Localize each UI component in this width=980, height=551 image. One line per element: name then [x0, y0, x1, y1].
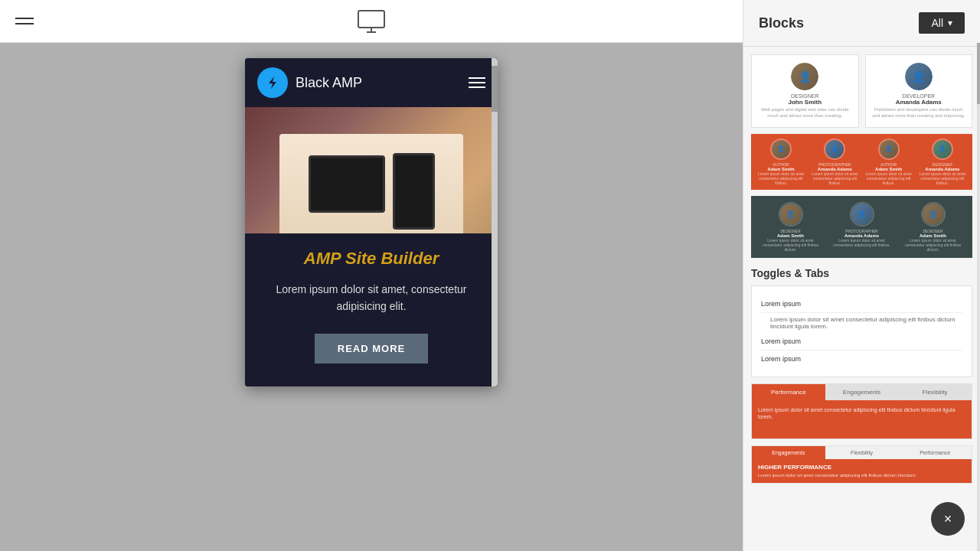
menu-line-3 [469, 86, 485, 88]
team-2-card-block: 👤 DESIGNER John Smith Web pages and digi… [751, 54, 972, 128]
toggle-item-2[interactable]: Lorem ipsum [761, 333, 962, 350]
team-role-john: DESIGNER [758, 93, 852, 99]
right-sidebar: Blocks All 👤 DESIGNER John Smith Web pag… [743, 0, 980, 551]
team-desc-john: Web pages and digital web sites can divi… [758, 107, 852, 119]
dark-desc-1: Lorem ipsum dolor sit amet consectetur a… [757, 238, 824, 252]
mobile-preview: Black AMP AMP Site Builder Lorem ipsum d [245, 58, 498, 386]
preview-header: Black AMP [245, 58, 498, 107]
orange-avatar-img-1: 👤 [772, 140, 790, 158]
tabs-body-text-1: Lorem ipsum dolor sit amet consectetur a… [758, 406, 965, 422]
tabs-header-2: Engagements Flexibility Performance [752, 446, 972, 459]
preview-content: AMP Site Builder Lorem ipsum dolor sit a… [245, 233, 498, 386]
dark-desc-3: Lorem ipsum dolor sit amet consectetur a… [900, 238, 966, 252]
preview-hero-image [245, 107, 498, 233]
toggle-item-1[interactable]: Lorem ipsum [761, 295, 962, 313]
close-button[interactable]: × [931, 502, 965, 536]
dark-avatar-2: 👤 [850, 202, 874, 227]
hamburger-line-2 [15, 23, 34, 24]
team-card-orange-3: 👤 AUTHOR Adam Smith Lorem ipsum dolor si… [864, 139, 914, 185]
preview-logo: Black AMP [257, 67, 362, 98]
preview-scrollbar-thumb [492, 66, 498, 112]
svg-marker-3 [269, 77, 276, 89]
avatar-image-amanda: 👤 [905, 63, 933, 90]
team-card-dark-3: 👤 DESIGNER Adam Smith Lorem ipsum dolor … [900, 202, 966, 252]
tabs-content-2: HIGHER PERFORMANCE Lorem ipsum dolor sit… [752, 459, 972, 484]
orange-desc-4: Lorem ipsum dolor sit amet consectetur a… [917, 171, 968, 185]
dark-avatar-3: 👤 [921, 202, 946, 227]
orange-avatar-2: 👤 [824, 139, 845, 160]
person-icon: 👤 [905, 63, 933, 90]
person-icon: 👤 [791, 63, 818, 90]
svg-rect-0 [358, 11, 384, 28]
orange-desc-1: Lorem ipsum dolor sit amet consectetur a… [756, 171, 806, 185]
orange-avatar-img-2: 👤 [825, 140, 844, 158]
tabs-block-2: Engagements Flexibility Performance HIGH… [751, 445, 972, 484]
team-name-amanda: Amanda Adams [872, 99, 966, 106]
sidebar-title: Blocks [759, 15, 804, 31]
preview-body-text: Lorem ipsum dolor sit amet, consectetur … [260, 281, 482, 315]
tab-performance[interactable]: Performance [752, 384, 825, 400]
team-card-dark-1: 👤 DESIGNER Adam Smith Lorem ipsum dolor … [757, 202, 824, 252]
hamburger-menu-button[interactable] [15, 18, 34, 24]
avatar-image-john: 👤 [791, 63, 818, 90]
team-name-john: John Smith [758, 99, 852, 106]
orange-avatar-3: 👤 [878, 139, 900, 160]
tabs-block-1: Performance Engagements Flexibility Lore… [751, 383, 972, 439]
orange-desc-3: Lorem ipsum dolor sit amet consectetur a… [864, 171, 914, 185]
sidebar-header: Blocks All [743, 0, 980, 47]
team-card-amanda: 👤 DEVELOPER Amanda Adams Publishers and … [865, 54, 973, 128]
logo-text: Black AMP [296, 75, 362, 91]
dark-avatar-1: 👤 [779, 202, 803, 227]
dark-avatar-img-1: 👤 [780, 204, 802, 225]
menu-line-1 [469, 77, 485, 79]
sidebar-content[interactable]: 👤 DESIGNER John Smith Web pages and digi… [743, 47, 980, 551]
team-card-orange-2: 👤 PHOTOGRAPHER Amanda Adams Lorem ipsum … [809, 139, 860, 185]
monitor-icon [358, 10, 385, 33]
hamburger-line-1 [15, 18, 34, 19]
read-more-button[interactable]: READ MORE [315, 334, 428, 364]
team-4-card-block: 👤 AUTHOR Adam Smith Lorem ipsum dolor si… [751, 134, 972, 190]
toggle-content-1: Lorem ipsum dolor sit amet consectetur a… [761, 313, 962, 333]
canvas-area: Black AMP AMP Site Builder Lorem ipsum d [0, 43, 743, 551]
toggle-item-3[interactable]: Lorem ipsum [761, 350, 962, 367]
logo-icon [257, 67, 288, 98]
tabs-header-1: Performance Engagements Flexibility [752, 384, 972, 400]
team-card-dark-2: 👤 PHOTOGRAPHER Amanda Adams Lorem ipsum … [828, 202, 895, 252]
tablet-device [309, 155, 385, 213]
device-preview-toggle[interactable] [358, 10, 385, 33]
preview-scrollbar[interactable] [492, 58, 498, 386]
orange-avatar-img-4: 👤 [933, 140, 952, 158]
toolbar [0, 0, 743, 43]
team-card-john: 👤 DESIGNER John Smith Web pages and digi… [751, 54, 859, 128]
tab-flexibility[interactable]: Flexibility [898, 384, 972, 400]
orange-avatar-img-3: 👤 [880, 140, 898, 158]
tab-performance-2[interactable]: Performance [898, 446, 972, 459]
tab-engagements[interactable]: Engagements [825, 384, 899, 400]
tabs-content-1: Lorem ipsum dolor sit amet consectetur a… [752, 400, 972, 439]
tab-flexibility-2[interactable]: Flexibility [825, 446, 899, 459]
hero-devices [279, 134, 463, 233]
dark-avatar-img-2: 👤 [851, 204, 873, 225]
team-card-orange-4: 👤 DESIGNER Amanda Adams Lorem ipsum dolo… [917, 139, 968, 185]
tab-engagements-2[interactable]: Engagements [752, 446, 825, 459]
toggle-accordion-block: Lorem ipsum Lorem ipsum dolor sit amet c… [751, 285, 972, 377]
team-3-card-block: 👤 DESIGNER Adam Smith Lorem ipsum dolor … [751, 196, 972, 258]
dark-avatar-img-3: 👤 [923, 204, 944, 225]
sidebar-scrollbar-thumb [977, 43, 980, 104]
preview-menu-button[interactable] [469, 77, 485, 88]
avatar-amanda: 👤 [905, 63, 933, 90]
all-filter-dropdown[interactable]: All [919, 12, 965, 34]
tabs-content-title-2: HIGHER PERFORMANCE [758, 464, 965, 471]
team-card-orange-1: 👤 AUTHOR Adam Smith Lorem ipsum dolor si… [756, 139, 806, 185]
team-role-amanda: DEVELOPER [872, 93, 966, 99]
orange-avatar-4: 👤 [932, 139, 953, 160]
dark-desc-2: Lorem ipsum dolor sit amet consectetur a… [828, 238, 895, 247]
phone-device [393, 153, 435, 230]
menu-line-2 [469, 82, 485, 83]
main-area: Black AMP AMP Site Builder Lorem ipsum d [0, 0, 743, 551]
tabs-content-body-2: Lorem ipsum dolor sit amet consectetur a… [758, 473, 965, 479]
orange-desc-2: Lorem ipsum dolor sit amet consectetur a… [809, 171, 860, 185]
sidebar-scrollbar-track[interactable] [977, 43, 980, 551]
orange-avatar-1: 👤 [770, 139, 792, 160]
preview-title: AMP Site Builder [260, 249, 482, 269]
